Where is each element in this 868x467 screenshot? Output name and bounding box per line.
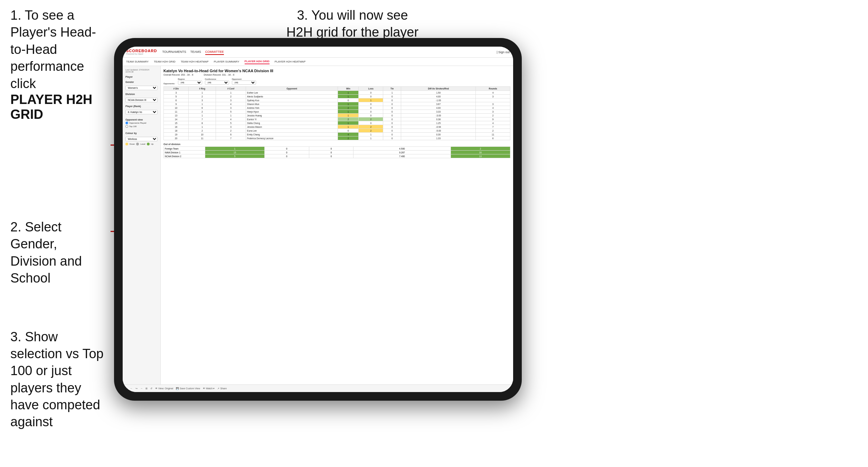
gender-label: Gender [125,81,158,83]
toolbar-view-original[interactable]: 👁 View: Original [155,387,173,390]
cell-win: 2 [338,106,359,110]
cell-diff: 3.67 [401,102,476,106]
legend-up-label: Up [151,143,154,145]
col-win: Win [338,87,359,91]
cell-div: 19 [164,133,189,136]
ood-diff: 4.500 [353,147,451,151]
cell-rounds: 2 [476,114,510,117]
colour-legend: Down Level Up [125,143,158,145]
cell-opponent: Emily Chang [246,133,338,136]
sub-nav-team-h2h-grid[interactable]: TEAM H2H GRID [154,59,176,64]
cell-conf: 5 [216,110,246,114]
h2h-table: # Div # Reg # Conf Opponent Win Loss Tie… [163,86,510,140]
player-rank-select[interactable]: 8. Katelyn Vo [125,110,158,114]
sub-nav-team-summary[interactable]: TEAM SUMMARY [126,59,149,64]
cell-opponent: Sharon Mun [246,102,338,106]
toolbar-watch[interactable]: 👁 Watch ▾ [203,387,215,390]
conference-label: Conference [205,78,229,80]
cell-reg: 1 [189,91,216,95]
cell-diff: 4.00 [401,95,476,98]
cell-diff: 4.00 [401,106,476,110]
col-opponent: Opponent [246,87,338,91]
col-diff: Diff Av Strokes/Rnd [401,87,476,91]
col-loss: Loss [359,87,383,91]
opponent-view-label: Opponent view [125,118,158,121]
nav-committee[interactable]: COMMITTEE [205,49,224,55]
conference-select[interactable]: (All) [205,80,229,85]
legend-level-label: Level [140,143,145,145]
cell-conf: 2 [216,95,246,98]
toolbar-forward[interactable]: → [140,387,143,390]
tablet-device: SCOREBOARD Powered by clippd TOURNAMENTS… [114,38,522,401]
ood-row: NCAA Division 2 5 0 0 7.400 10 [164,154,510,158]
nav-tournaments[interactable]: TOURNAMENTS [162,49,186,55]
gender-select[interactable]: Women's Men's [125,86,158,90]
sub-nav-player-h2h-heatmap[interactable]: PLAYER H2H HEATMAP [275,59,306,64]
cell-rounds: 3 [476,110,510,114]
col-rounds: Rounds [476,87,510,91]
cell-win: 1 [338,125,359,129]
cell-rounds: 3 [476,102,510,106]
ood-label: NCAA Division 2 [164,154,205,158]
main-content: Last Updated: 27/03/2024 16:55:38 Player… [123,66,513,392]
toolbar-save-view[interactable]: 💾 Save Custom View [176,387,200,390]
sub-nav-player-summary[interactable]: PLAYER SUMMARY [214,59,239,64]
cell-loss: 0 [359,121,383,125]
division-label: Division [125,93,158,95]
cell-div: 5 [164,95,189,98]
opponent-select[interactable]: (All) [232,80,256,85]
cell-loss: 0 [359,102,383,106]
cell-loss: 0 [359,95,383,98]
cell-diff: 0.38 [401,117,476,121]
toolbar-back[interactable]: ← [130,387,133,390]
cell-diff: -1.00 [401,98,476,102]
table-row: 13 1 1 Jessica Huang 1 0 0 -3.00 2 [164,114,510,117]
table-row: 20 11 7 Federica Domecq Lacroze 2 1 0 1.… [164,136,510,140]
cell-div: 11 [164,110,189,114]
cell-opponent: Euna Lee [246,129,338,133]
cell-conf: 3 [216,98,246,102]
cell-tie: 0 [383,95,401,98]
cell-div: 13 [164,114,189,117]
timestamp: Last Updated: 27/03/2024 16:55:38 [125,69,158,73]
ood-label: Foreign Team [164,147,205,151]
radio-top-100[interactable]: Top 100 [125,125,158,128]
cell-rounds: 2 [476,129,510,133]
sub-nav-team-h2h-heatmap[interactable]: TEAM H2H HEATMAP [181,59,209,64]
table-row: 15 8 5 Stella Cheng 1 0 0 1.25 4 [164,121,510,125]
player-rank-label: Player (Rank) [125,105,158,107]
step2-text: 2. Select Gender, Division and School [10,219,104,287]
toolbar-share[interactable]: ↗ Share [217,387,227,390]
opponent-view-section: Opponent view Opponents Played Top 100 [125,118,158,128]
toolbar-refresh[interactable]: ↺ [150,387,152,390]
ood-tie: 0 [309,154,353,158]
sign-out-link[interactable]: | Sign out [497,50,510,54]
cell-div: 20 [164,136,189,140]
cell-rounds [476,98,510,102]
cell-conf: 1 [216,114,246,117]
ood-win: 15 [205,151,265,154]
colour-by-section: Colour by Win/loss Down Level Up [125,132,158,145]
player-label: Player [125,76,158,78]
cell-diff: -0.94 [401,125,476,129]
cell-tie: 0 [383,106,401,110]
cell-win: 2 [338,136,359,140]
sub-nav-player-h2h-grid[interactable]: PLAYER H2H GRID [245,59,270,64]
radio-opponents-played[interactable]: Opponents Played [125,122,158,124]
nav-teams[interactable]: TEAMS [190,49,201,55]
cell-tie: 0 [383,114,401,117]
cell-win: 1 [338,121,359,125]
table-row: 16 1 3 Jessica Mason 1 2 0 -0.94 7 [164,125,510,129]
cell-loss: 0 [359,91,383,95]
colour-by-select[interactable]: Win/loss [125,137,158,141]
division-select[interactable]: NCAA Division III NCAA Division I NCAA D… [125,98,158,102]
cell-conf: 4 [216,117,246,121]
cell-conf: 3 [216,125,246,129]
step3-left-text: 3. Show selection vs Top 100 or just pla… [10,328,104,431]
toolbar-undo[interactable]: ↩ [125,387,128,390]
ood-win: 1 [205,147,265,151]
toolbar-grid[interactable]: ⊞ [145,387,148,390]
toolbar-redo[interactable]: ↪ [135,387,138,390]
region-select[interactable]: (All) [178,80,202,85]
table-row: 3 1 1 Esther Lee 1 0 1 1.50 4 [164,91,510,95]
